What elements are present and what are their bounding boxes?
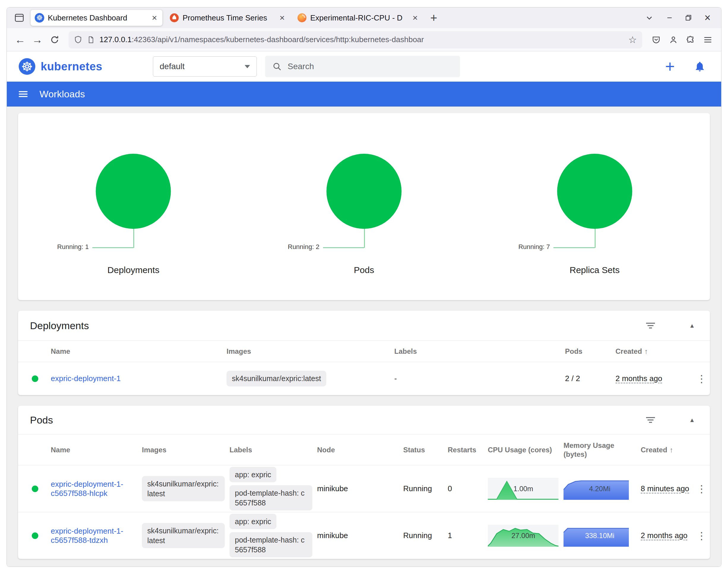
row-menu-kebab-icon[interactable]: ⋮ [695,373,710,385]
tab-prometheus[interactable]: Prometheus Time Series × [165,10,290,26]
cpu-usage-value: 27.00m [488,525,559,547]
column-labels: Labels [394,347,565,356]
bookmark-star-icon[interactable]: ☆ [628,34,637,45]
status-donut [557,154,632,229]
column-restarts: Restarts [448,446,488,454]
deployments-card: Deployments ▲ Name Images Labels Pods [18,311,710,395]
search-box[interactable] [265,56,460,77]
pod-row: expric-deployment-1-c5657f588-hlcpk sk4s… [18,465,710,512]
firefox-view-button[interactable] [11,10,28,25]
column-created[interactable]: Created ↑ [641,446,695,454]
tab-close-icon[interactable]: × [151,13,158,22]
deployments-table-header: Name Images Labels Pods Created ↑ [18,340,710,362]
column-cpu: CPU Usage (cores) [488,446,564,454]
card-title: Deployments [30,320,89,331]
running-count-label: Running: 2 [249,243,319,251]
replicasets-status-chart: Running: 7 Replica Sets [479,113,710,300]
status-ok-icon [32,532,38,539]
running-count-label: Running: 1 [18,243,89,251]
chart-title: Deployments [18,265,249,275]
menu-icon[interactable] [699,32,717,48]
restore-icon [685,14,692,22]
callout-line [323,247,364,248]
memory-usage-sparkline: 338.10Mi [564,525,636,547]
forward-button[interactable]: → [29,32,46,48]
namespace-select[interactable]: default [153,56,257,77]
search-input[interactable] [288,62,453,71]
restarts-cell: 0 [448,484,488,493]
back-button[interactable]: ← [11,32,29,48]
header-actions: + [665,58,709,75]
node-cell: minikube [317,531,403,540]
filter-icon[interactable] [643,415,658,424]
notifications-bell-icon[interactable] [694,60,706,72]
row-menu-kebab-icon[interactable]: ⋮ [695,530,710,542]
create-resource-button[interactable]: + [665,58,675,75]
page-info-icon[interactable] [87,36,95,44]
extensions-icon[interactable] [682,32,699,48]
firefox-view-icon [14,14,24,22]
pods-card: Pods ▲ Name Images Labels Node Status Re… [18,406,710,559]
column-name: Name [51,446,142,454]
restore-button[interactable] [679,10,698,26]
close-button[interactable]: × [698,10,717,26]
status-text-cell: Running [403,531,448,540]
pod-row: expric-deployment-1-c5657f588-tdzxh sk4s… [18,512,710,559]
collapse-card-icon[interactable]: ▲ [686,322,698,329]
column-created[interactable]: Created ↑ [615,347,695,356]
filter-icon[interactable] [643,321,658,330]
tab-kubernetes-dashboard[interactable]: ☸ Kubernetes Dashboard × [31,10,162,26]
tab-close-icon[interactable]: × [411,13,419,22]
url-bar[interactable]: 127.0.0.1:42363/api/v1/namespaces/kubern… [69,31,642,48]
status-cell [18,532,51,539]
pocket-icon[interactable] [648,32,665,48]
list-all-tabs-chevron-icon[interactable] [642,10,657,26]
url-text[interactable]: 127.0.0.1:42363/api/v1/namespaces/kubern… [99,35,623,44]
label-chip: pod-template-hash: c5657f588 [230,532,312,558]
cpu-usage-sparkline: 27.00m [488,525,559,547]
browser-window: ☸ Kubernetes Dashboard × Prometheus Time… [6,7,722,567]
brand-title: kubernetes [41,60,103,73]
kubernetes-wheel-glyph: ☸ [21,59,33,74]
cpu-usage-value: 1.00m [488,478,559,500]
hamburger-menu-icon[interactable] [18,90,28,98]
node-cell: minikube [317,484,403,493]
callout-line [364,229,365,248]
url-path: :42363/api/v1/namespaces/kubernetes-dash… [131,35,424,44]
tab-close-icon[interactable]: × [278,13,286,22]
account-icon[interactable] [665,32,682,48]
deployments-card-header: Deployments ▲ [18,311,710,340]
column-memory: Memory Usage (bytes) [564,441,615,459]
column-created-label: Created [641,446,667,454]
reload-icon [50,35,59,44]
desktop: ☸ Kubernetes Dashboard × Prometheus Time… [0,0,728,574]
row-menu-kebab-icon[interactable]: ⋮ [695,483,710,495]
collapse-card-icon[interactable]: ▲ [686,417,698,423]
pod-name-link[interactable]: expric-deployment-1-c5657f588-hlcpk [51,480,123,498]
status-ok-icon [32,486,38,492]
deployment-name-link[interactable]: expric-deployment-1 [51,374,121,383]
tab-bar: ☸ Kubernetes Dashboard × Prometheus Time… [7,7,721,28]
kubernetes-wheel-glyph: ☸ [36,13,43,23]
labels-cell: app: expric pod-template-hash: c5657f588 [230,467,317,511]
new-tab-button[interactable]: + [426,10,442,26]
window-controls: − × [660,10,717,26]
status-cell [18,486,51,492]
pod-name-link[interactable]: expric-deployment-1-c5657f588-tdzxh [51,527,123,545]
minimize-button[interactable]: − [660,10,679,26]
created-cell: 8 minutes ago [641,484,689,493]
shield-permissions-icon[interactable] [74,36,82,44]
pods-table-header: Name Images Labels Node Status Restarts … [18,434,710,465]
image-chip: sk4sunilkumar/expric:latest [142,476,225,501]
workload-status-card: Running: 1 Deployments Running: 2 Pods R… [18,113,710,300]
reload-button[interactable] [46,32,63,48]
column-created-label: Created [615,347,642,356]
running-count-label: Running: 7 [479,243,550,251]
tab-grafana[interactable]: Experimental-RIC-CPU - D × [293,10,423,26]
memory-usage-value: 4.20Mi [564,478,636,500]
dashboard-header: ☸ kubernetes default + [7,51,721,82]
app-bar: Workloads [7,82,721,107]
labels-cell: - [394,374,565,383]
column-status: Status [403,446,448,454]
image-chip: sk4sunilkumar/expric:latest [227,371,326,386]
